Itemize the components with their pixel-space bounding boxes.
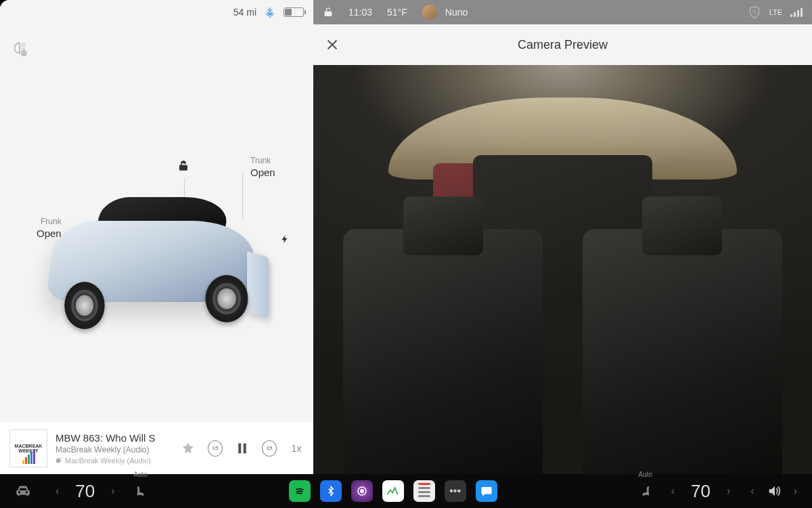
unlock-icon[interactable] — [323, 7, 334, 18]
camera-header: Camera Preview — [313, 24, 812, 65]
app-tray: ••• — [289, 480, 497, 502]
snowflake-icon — [265, 7, 275, 18]
driver-avatar[interactable] — [422, 5, 437, 20]
media-source: MacBreak Weekly (Audio) — [55, 457, 173, 465]
favorite-button[interactable] — [181, 441, 196, 456]
seat-heat-left[interactable] — [130, 480, 152, 502]
seat-heat-right[interactable] — [635, 480, 656, 502]
media-subtitle: MacBreak Weekly (Audio) — [55, 445, 173, 454]
passenger-temp[interactable]: 70 — [687, 481, 715, 502]
clock: 11:03 — [348, 7, 372, 18]
app-spotify[interactable] — [289, 480, 311, 502]
volume-up[interactable]: › — [791, 485, 800, 497]
app-energy[interactable] — [382, 480, 404, 502]
outside-temp: 51°F — [387, 7, 407, 18]
temp-down-left[interactable]: ‹ — [53, 485, 62, 497]
svg-rect-5 — [244, 443, 246, 453]
trunk-state: Open — [250, 167, 275, 178]
camera-panel: 11:03 51°F Nuno 5 LTE Camera Preview — [313, 0, 812, 474]
driver-temp[interactable]: 70 — [71, 481, 99, 502]
battery-icon — [284, 7, 304, 17]
temp-up-right[interactable]: › — [724, 485, 733, 497]
status-bar-right: 11:03 51°F Nuno 5 LTE — [313, 0, 812, 24]
media-info[interactable]: MBW 863: Who Will S MacBreak Weekly (Aud… — [55, 432, 173, 465]
app-toybox[interactable] — [413, 480, 435, 502]
artwork-text: MACBREAK — [15, 444, 43, 448]
lock-button[interactable] — [177, 160, 189, 172]
app-more[interactable]: ••• — [445, 480, 466, 502]
playback-speed-button[interactable]: 1x — [289, 441, 304, 456]
range-value: 54 mi — [233, 7, 256, 18]
svg-text:5: 5 — [753, 9, 756, 15]
close-button[interactable] — [325, 38, 339, 51]
vehicle-visualization: Frunk Open Trunk Open — [0, 24, 313, 421]
seat-heat-mode-left: Auto — [133, 471, 148, 478]
signal-icon — [790, 7, 803, 17]
temp-up-left[interactable]: › — [108, 485, 117, 497]
play-pause-button[interactable] — [235, 441, 250, 456]
car-render — [37, 180, 281, 336]
svg-rect-2 — [56, 459, 60, 463]
bottom-dock: ‹ 70 › Auto ••• Auto ‹ 70 — [0, 474, 812, 508]
status-bar-left: 54 mi — [0, 0, 313, 24]
vehicle-panel: 54 mi A Frunk Open Trunk Open — [0, 0, 313, 474]
network-type: LTE — [769, 8, 782, 16]
car-controls-button[interactable] — [12, 480, 34, 502]
media-player: MACBREAK WEEKLY MBW 863: Who Will S MacB… — [0, 421, 313, 474]
skip-forward-button[interactable]: 15 — [262, 441, 277, 456]
app-dashcam[interactable] — [351, 480, 373, 502]
app-bluetooth[interactable] — [320, 480, 342, 502]
svg-rect-4 — [238, 443, 241, 453]
svg-point-9 — [360, 490, 363, 493]
media-artwork[interactable]: MACBREAK WEEKLY — [9, 429, 47, 467]
trunk-label: Trunk — [250, 156, 275, 165]
temp-down-right[interactable]: ‹ — [669, 485, 677, 497]
skip-back-button[interactable]: 15 — [208, 441, 223, 456]
volume-button[interactable] — [767, 484, 782, 499]
driver-name[interactable]: Nuno — [445, 7, 468, 18]
trunk-control[interactable]: Trunk Open — [250, 156, 275, 178]
media-title: MBW 863: Who Will S — [55, 432, 173, 444]
shield-icon[interactable]: 5 — [748, 5, 761, 20]
camera-title: Camera Preview — [313, 38, 812, 52]
charge-port-button[interactable] — [280, 233, 290, 245]
cabin-camera-feed[interactable] — [313, 65, 812, 474]
seat-heat-mode-right: Auto — [638, 471, 652, 478]
app-messages[interactable] — [476, 480, 497, 502]
volume-down[interactable]: ‹ — [748, 485, 757, 497]
